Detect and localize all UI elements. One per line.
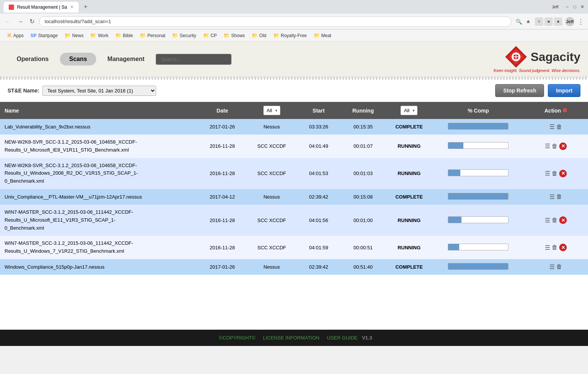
bookmark-personal[interactable]: 📁 Personal xyxy=(137,31,168,39)
extension-button-3[interactable]: ■ xyxy=(554,17,562,26)
cell-scanner: SCC XCCDF xyxy=(247,135,296,158)
cell-start: 04:01:59 xyxy=(296,236,341,259)
search-icon[interactable]: 🔍 xyxy=(514,17,523,26)
cell-action: ☰ 🗑 ✕ xyxy=(524,236,588,259)
cell-scanner: Nessus xyxy=(247,259,296,275)
cell-date: 2017-04-12 xyxy=(198,189,247,205)
list-icon[interactable]: ☰ xyxy=(545,217,550,224)
cell-date: 2016-11-28 xyxy=(198,135,247,158)
cancel-icon[interactable]: ✕ xyxy=(559,244,567,251)
list-icon[interactable]: ☰ xyxy=(549,263,555,271)
cell-name: WIN7-MASTER_SCC-3.1.2_2015-03-06_111442_… xyxy=(0,236,198,259)
list-icon[interactable]: ☰ xyxy=(545,142,550,150)
more-options-button[interactable]: ⋮ xyxy=(577,17,584,26)
search-input[interactable] xyxy=(156,54,231,65)
table-row: NEW-W2K8-SVR_SCC-3.1.2_2015-03-06_104658… xyxy=(0,158,588,189)
delete-icon[interactable]: 🗑 xyxy=(552,244,558,251)
delete-icon[interactable]: 🗑 xyxy=(552,217,558,224)
sagacity-logo-icon xyxy=(505,45,527,68)
personal-folder-icon: 📁 xyxy=(140,33,146,38)
bookmark-work-label: Work xyxy=(98,33,108,38)
col-header-progress: % Comp xyxy=(433,102,524,119)
forward-button[interactable]: → xyxy=(16,17,25,27)
bookmark-security[interactable]: 📁 Security xyxy=(169,31,199,39)
action-buttons: Stop Refresh Import xyxy=(495,84,580,97)
minimize-button[interactable]: − xyxy=(565,4,570,9)
logo-container: Sagacity xyxy=(505,45,580,68)
tab-management[interactable]: Management xyxy=(99,53,154,66)
delete-icon[interactable]: 🗑 xyxy=(552,143,558,150)
refresh-button[interactable]: ↻ xyxy=(28,16,36,27)
bookmark-old[interactable]: 📁 Old xyxy=(249,31,269,39)
cell-progress xyxy=(433,158,524,189)
scanner-filter-select[interactable]: All xyxy=(263,106,280,115)
bookmark-apps[interactable]: ⌘ Apps xyxy=(4,31,27,39)
table-row: Unix_Compliance__PTL-Master-VM__u71jzm-1… xyxy=(0,189,588,205)
cancel-icon[interactable]: ✕ xyxy=(559,142,567,150)
url-input[interactable] xyxy=(39,16,511,27)
bookmark-bible-label: Bible xyxy=(123,33,133,38)
ste-dropdown[interactable]: Test System, Test Site, 01 Jan 2016 (1) xyxy=(42,86,156,96)
delete-icon[interactable]: 🗑 xyxy=(556,193,562,200)
royalty-free-folder-icon: 📁 xyxy=(273,33,279,38)
cell-running: 00:15:08 xyxy=(341,189,385,205)
import-button[interactable]: Import xyxy=(548,84,580,97)
user-profile-button[interactable]: Jeff xyxy=(565,17,574,26)
tab-operations[interactable]: Operations xyxy=(8,53,58,66)
cell-scanner: Nessus xyxy=(247,119,296,135)
cancel-icon[interactable]: ✕ xyxy=(559,216,567,224)
delete-icon[interactable]: 🗑 xyxy=(552,170,558,177)
col-header-status-filter[interactable]: All xyxy=(385,102,433,119)
bookmark-shows[interactable]: 📁 Shows xyxy=(220,31,248,39)
cell-running: 00:01:00 xyxy=(341,205,385,236)
bookmark-startpage[interactable]: SP Startpage xyxy=(27,32,61,39)
license-link[interactable]: LICENSE INFORMATION xyxy=(263,335,319,341)
new-tab-button[interactable]: + xyxy=(81,3,90,11)
cancel-icon[interactable]: ✕ xyxy=(559,170,567,177)
cell-name: WIN7-MASTER_SCC-3.1.2_2015-03-06_111442_… xyxy=(0,205,198,236)
delete-icon[interactable]: 🗑 xyxy=(556,124,562,130)
tab-favicon xyxy=(9,5,14,10)
cell-progress xyxy=(433,189,524,205)
copyright-link[interactable]: ©COPYRIGHT© xyxy=(219,335,255,341)
extension-button-2[interactable]: ■ xyxy=(544,17,553,26)
bookmark-royalty-free[interactable]: 📁 Royalty-Free xyxy=(270,31,310,39)
stop-refresh-button[interactable]: Stop Refresh xyxy=(495,84,544,97)
maximize-button[interactable]: □ xyxy=(572,4,577,9)
bookmark-bible[interactable]: 📁 Bible xyxy=(112,31,136,39)
tab-scans[interactable]: Scans xyxy=(60,53,96,66)
col-header-date: Date xyxy=(198,102,247,119)
col-header-scanner-filter[interactable]: All xyxy=(247,102,296,119)
cell-action: ☰ 🗑 ✕ xyxy=(524,135,588,158)
tab-close-button[interactable]: ✕ xyxy=(70,5,74,9)
bookmark-meat[interactable]: 📁 Meat xyxy=(311,31,335,39)
cell-date: 2017-01-26 xyxy=(198,259,247,275)
cp-folder-icon: 📁 xyxy=(203,33,209,38)
user-guide-link[interactable]: USER GUIDE xyxy=(327,335,358,341)
bookmark-work[interactable]: 📁 Work xyxy=(87,31,111,39)
bookmark-cp[interactable]: 📁 CP xyxy=(200,31,220,39)
status-filter-select[interactable]: All xyxy=(400,106,418,115)
shows-folder-icon: 📁 xyxy=(224,33,230,38)
bookmark-news[interactable]: 📁 News xyxy=(61,31,86,39)
delete-icon[interactable]: 🗑 xyxy=(556,263,562,270)
list-icon[interactable]: ☰ xyxy=(549,123,555,130)
bible-folder-icon: 📁 xyxy=(115,33,121,38)
user-label: Jeff xyxy=(549,5,561,9)
bookmark-apps-label: Apps xyxy=(13,33,23,38)
extension-button-1[interactable]: ≡ xyxy=(535,17,543,26)
table-body: Lab_Vulnerability_Scan_9v2bxr.nessus 201… xyxy=(0,119,588,275)
extensions-area: ≡ ■ ■ xyxy=(535,17,562,26)
cell-status: RUNNING xyxy=(385,135,433,158)
close-button[interactable]: ✕ xyxy=(580,4,585,9)
cell-action: ☰ 🗑 xyxy=(524,119,588,135)
browser-tab[interactable]: Result Management | Sa ✕ xyxy=(3,1,79,13)
bookmark-cp-label: CP xyxy=(211,33,217,38)
back-button[interactable]: ← xyxy=(4,17,13,27)
list-icon[interactable]: ☰ xyxy=(545,244,550,251)
list-icon[interactable]: ☰ xyxy=(545,170,550,177)
bookmark-star-icon[interactable]: ★ xyxy=(525,17,532,26)
logo-tagline: Keen insight. Sound judgment. Wise decis… xyxy=(494,68,580,73)
cell-date: 2016-11-28 xyxy=(198,158,247,189)
list-icon[interactable]: ☰ xyxy=(549,193,555,200)
